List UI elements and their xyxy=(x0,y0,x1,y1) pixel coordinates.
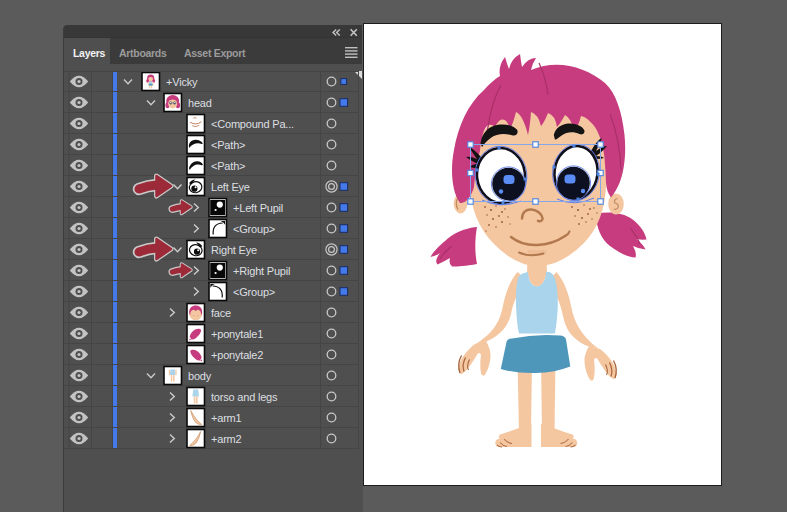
svg-text:Asset Export: Asset Export xyxy=(184,47,246,59)
svg-text:<Compound Pa...: <Compound Pa... xyxy=(211,118,294,130)
svg-text:<Group>: <Group> xyxy=(233,286,275,298)
svg-text:+Vicky: +Vicky xyxy=(166,76,198,88)
svg-text:+Right Pupil: +Right Pupil xyxy=(233,265,290,277)
svg-text:Left Eye: Left Eye xyxy=(211,181,250,193)
svg-text:torso and legs: torso and legs xyxy=(211,391,278,403)
svg-text:Artboards: Artboards xyxy=(119,47,167,59)
svg-text:face: face xyxy=(211,307,231,319)
svg-text:+arm2: +arm2 xyxy=(211,433,242,445)
svg-text:+Left Pupil: +Left Pupil xyxy=(233,202,283,214)
svg-text:<Path>: <Path> xyxy=(211,139,245,151)
svg-text:body: body xyxy=(188,370,212,382)
svg-text:+ponytale1: +ponytale1 xyxy=(211,328,263,340)
svg-text:Right Eye: Right Eye xyxy=(211,244,257,256)
svg-text:+ponytale2: +ponytale2 xyxy=(211,349,263,361)
svg-text:head: head xyxy=(188,97,212,109)
svg-text:+arm1: +arm1 xyxy=(211,412,242,424)
svg-text:<Group>: <Group> xyxy=(233,223,275,235)
svg-text:Layers: Layers xyxy=(73,47,106,59)
svg-text:<Path>: <Path> xyxy=(211,160,245,172)
